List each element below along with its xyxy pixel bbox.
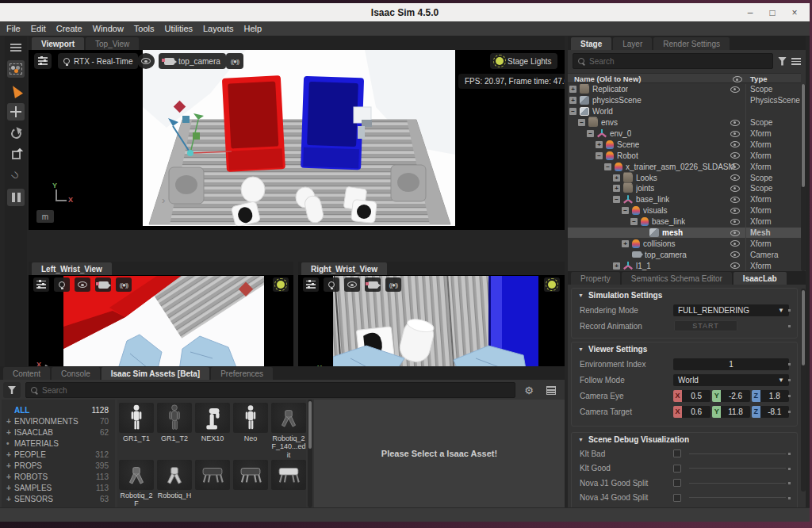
expand-toggle[interactable]	[622, 207, 629, 214]
asset-tile[interactable]: Robotiq_2F	[119, 460, 154, 507]
tab-top-view[interactable]: Top_View	[86, 37, 139, 50]
stage-lights-button[interactable]: Stage Lights	[490, 53, 557, 69]
visibility-eye-icon[interactable]	[730, 230, 740, 236]
render-mode-icon[interactable]	[324, 277, 339, 292]
capture-icon[interactable]: ((●))	[385, 277, 401, 292]
tab-semantics-schema-editor[interactable]: Semantics Schema Editor	[622, 272, 732, 285]
menu-file[interactable]: File	[6, 24, 21, 33]
expand-toggle[interactable]	[613, 262, 620, 270]
tree-row[interactable]: base_linkXform	[568, 194, 801, 205]
category-materials[interactable]: •MATERIALS	[2, 438, 115, 449]
asset-tile[interactable]	[233, 460, 268, 492]
category-all[interactable]: ALL1128	[2, 404, 115, 415]
visibility-eye-icon[interactable]	[730, 141, 740, 147]
tree-row[interactable]: collisionsXform	[568, 238, 801, 249]
camera-eye-z-field[interactable]: 1.8	[760, 390, 789, 402]
name-column-header[interactable]: Name (Old to New)	[574, 75, 641, 83]
expand-toggle[interactable]	[569, 97, 576, 104]
menu-utilities[interactable]: Utilities	[165, 24, 193, 33]
expand-toggle[interactable]	[613, 174, 620, 182]
camera-target-y-field[interactable]: 11.8	[721, 406, 749, 418]
gear-icon[interactable]: ⚙	[520, 382, 538, 398]
tab-console[interactable]: Console	[52, 367, 100, 380]
viewport-settings-icon[interactable]	[33, 277, 49, 292]
close-button[interactable]: ×	[786, 6, 803, 20]
category-samples[interactable]: +SAMPLES113	[2, 482, 115, 493]
tab-left-wrist-view[interactable]: Left_Wrist_View	[32, 262, 112, 275]
category-isaaclab[interactable]: +ISAACLAB62	[2, 427, 115, 438]
viewport-canvas[interactable]: RTX - Real-Time top_camera ((●)) Stage L…	[29, 50, 565, 230]
visibility-eye-icon[interactable]	[730, 197, 740, 203]
klt-bad-checkbox[interactable]	[673, 450, 681, 457]
tree-row-selected[interactable]: meshMesh	[568, 228, 801, 239]
menu-create[interactable]: Create	[56, 24, 82, 33]
nova-j1-checkbox[interactable]	[673, 479, 681, 487]
tab-render-settings[interactable]: Render Settings	[653, 37, 730, 50]
maximize-button[interactable]: □	[764, 6, 781, 20]
tab-preferences[interactable]: Preferences	[211, 367, 273, 380]
assets-search-input[interactable]	[25, 382, 515, 398]
tree-row[interactable]: top_cameraCamera	[568, 249, 801, 260]
tree-row[interactable]: jointsScope	[568, 183, 801, 194]
tree-row[interactable]: x_trainer_asm_0226_SLDASMXform	[568, 161, 801, 172]
renderer-selector[interactable]: RTX - Real-Time	[58, 53, 138, 69]
camera-target-x-field[interactable]: 0.6	[682, 406, 710, 418]
asset-grid-scrollbar[interactable]	[308, 400, 312, 507]
tab-layer[interactable]: Layer	[613, 37, 652, 50]
tree-row[interactable]: SceneXform	[568, 139, 801, 150]
category-environments[interactable]: +ENVIRONMENTS70	[2, 415, 115, 427]
category-people[interactable]: +PEOPLE312	[2, 449, 115, 460]
expand-toggle[interactable]	[622, 240, 629, 247]
render-mode-icon[interactable]	[54, 277, 70, 292]
camera-selector[interactable]: top_camera	[159, 53, 226, 69]
lights-sun-icon[interactable]	[273, 277, 289, 292]
nova-j4-checkbox[interactable]	[673, 494, 681, 502]
viewport-settings-icon[interactable]	[303, 277, 319, 292]
tree-row[interactable]: ReplicatorScope	[568, 84, 801, 95]
section-header[interactable]: Viewer Settings	[572, 342, 797, 356]
filter-icon[interactable]	[778, 57, 787, 66]
tab-content[interactable]: Content	[3, 367, 50, 380]
camera-eye-y-field[interactable]: -2.6	[721, 390, 749, 402]
list-view-icon[interactable]	[542, 382, 560, 398]
rendering-mode-dropdown[interactable]: FULL_RENDERING▼	[673, 304, 789, 316]
tree-row[interactable]: envsScope	[568, 117, 801, 128]
select-tool-icon[interactable]	[7, 82, 25, 99]
tree-row[interactable]: l1_1Xform	[568, 260, 801, 271]
asset-tile[interactable]: NEX10	[195, 403, 230, 442]
visibility-eye-icon[interactable]	[137, 53, 155, 69]
tab-isaaclab[interactable]: IsaacLab	[733, 272, 787, 285]
menu-window[interactable]: Window	[93, 24, 124, 33]
asset-tile[interactable]: Robotiq_2F_140...edit	[271, 403, 306, 459]
category-props[interactable]: +PROPS395	[2, 460, 115, 471]
visibility-eye-icon[interactable]	[730, 262, 740, 269]
visibility-eye-icon[interactable]	[730, 120, 740, 126]
property-scrollbar[interactable]	[801, 289, 806, 492]
camera-icon[interactable]	[95, 277, 111, 292]
capture-icon[interactable]: ((●))	[116, 277, 132, 292]
tree-row[interactable]: visualsXform	[568, 205, 801, 216]
visibility-eye-icon[interactable]	[75, 277, 90, 292]
visibility-eye-icon[interactable]	[730, 152, 740, 159]
asset-tile[interactable]: GR1_T1	[119, 403, 154, 442]
pause-button[interactable]	[7, 189, 25, 206]
expand-toggle[interactable]	[578, 119, 585, 126]
toolbar-menu-icon[interactable]	[7, 39, 25, 56]
tab-right-wrist-view[interactable]: Right_Wrist_View	[301, 262, 387, 275]
type-column-header[interactable]: Type	[750, 75, 767, 83]
asset-tile[interactable]: Neo	[233, 403, 268, 442]
menu-help[interactable]: Help	[244, 24, 262, 33]
visibility-eye-icon[interactable]	[730, 174, 740, 181]
tab-property[interactable]: Property	[571, 272, 620, 285]
stage-search-input[interactable]	[573, 53, 773, 69]
selection-mode-icon[interactable]	[7, 60, 25, 78]
tree-row[interactable]: RobotXform	[568, 150, 801, 161]
minimize-button[interactable]: –	[741, 6, 759, 20]
tree-row[interactable]: physicsScenePhysicsScene	[568, 95, 801, 106]
start-button[interactable]: START	[674, 320, 737, 331]
tree-row[interactable]: LooksScope	[568, 172, 801, 183]
expand-toggle[interactable]	[604, 163, 611, 170]
chevron-right-icon[interactable]: ›	[162, 194, 165, 206]
environment-index-field[interactable]: 1	[673, 358, 789, 370]
move-tool-icon[interactable]	[7, 103, 25, 121]
